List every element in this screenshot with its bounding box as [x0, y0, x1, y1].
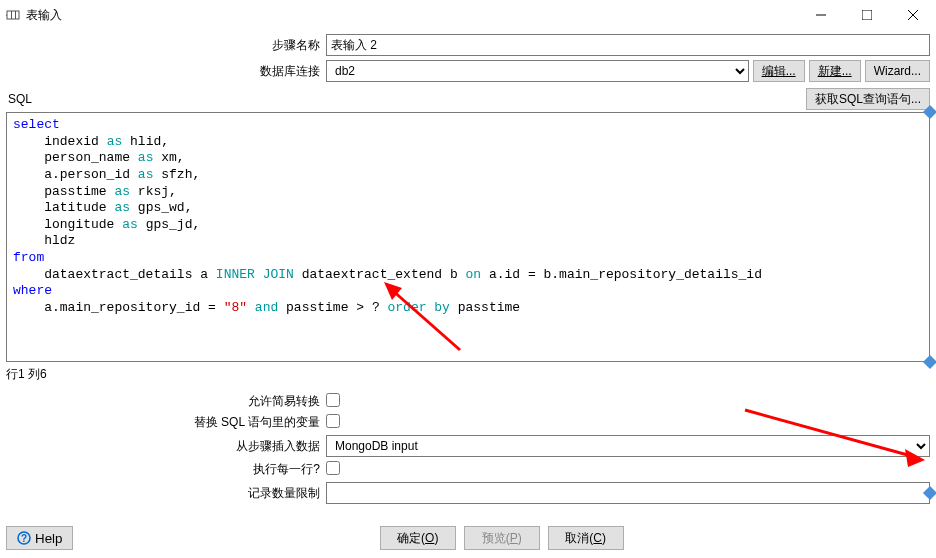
get-sql-button[interactable]: 获取SQL查询语句... [806, 88, 930, 110]
ok-button[interactable]: 确定(O) [380, 526, 456, 550]
sql-label: SQL [6, 92, 806, 106]
replace-vars-checkbox[interactable] [326, 414, 340, 428]
insert-from-step-label: 从步骤插入数据 [6, 438, 326, 455]
preview-button[interactable]: 预览(P) [464, 526, 540, 550]
titlebar: 表输入 [0, 0, 936, 30]
insert-from-step-select[interactable]: MongoDB input [326, 435, 930, 457]
minimize-button[interactable] [798, 0, 844, 30]
replace-vars-label: 替换 SQL 语句里的变量 [6, 414, 326, 431]
cursor-position-status: 行1 列6 [6, 366, 930, 383]
close-button[interactable] [890, 0, 936, 30]
step-name-label: 步骤名称 [6, 37, 326, 54]
limit-label: 记录数量限制 [6, 485, 326, 502]
app-icon [6, 8, 20, 22]
execute-each-row-label: 执行每一行? [6, 461, 326, 478]
connection-label: 数据库连接 [6, 63, 326, 80]
edit-connection-button[interactable]: 编辑... [753, 60, 805, 82]
connection-select[interactable]: db2 [326, 60, 749, 82]
svg-rect-1 [11, 11, 12, 19]
lazy-conversion-label: 允许简易转换 [6, 393, 326, 410]
step-name-input[interactable] [326, 34, 930, 56]
help-button[interactable]: ? Help [6, 526, 73, 550]
wizard-button[interactable]: Wizard... [865, 60, 930, 82]
sql-editor[interactable]: select indexid as hlid, person_name as x… [6, 112, 930, 362]
cancel-button[interactable]: 取消(C) [548, 526, 624, 550]
svg-text:?: ? [21, 533, 27, 544]
svg-rect-4 [862, 10, 872, 20]
lazy-conversion-checkbox[interactable] [326, 393, 340, 407]
window-title: 表输入 [26, 7, 798, 24]
svg-rect-0 [7, 11, 19, 19]
help-icon: ? [17, 531, 31, 545]
execute-each-row-checkbox[interactable] [326, 461, 340, 475]
svg-rect-2 [15, 11, 16, 19]
maximize-button[interactable] [844, 0, 890, 30]
limit-input[interactable] [326, 482, 930, 504]
new-connection-button[interactable]: 新建... [809, 60, 861, 82]
